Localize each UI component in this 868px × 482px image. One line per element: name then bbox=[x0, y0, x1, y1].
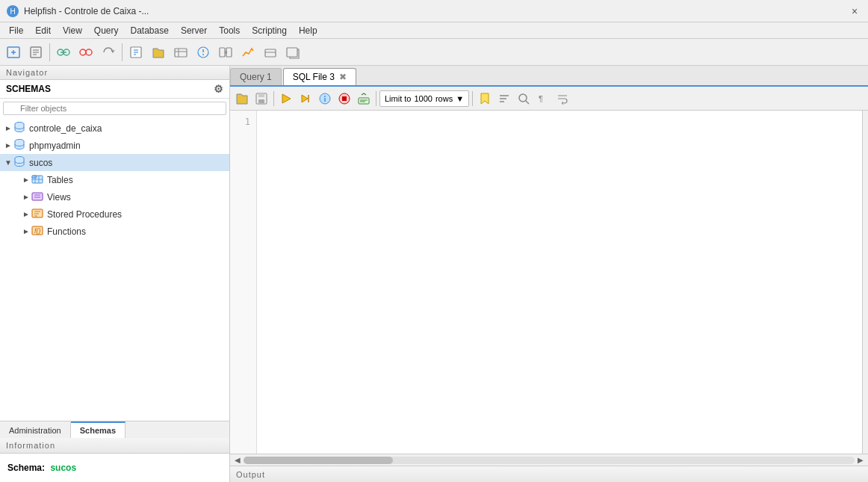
limit-label: Limit to bbox=[385, 94, 411, 103]
limit-value: 1000 bbox=[414, 94, 432, 103]
sql-sep-2 bbox=[376, 91, 376, 106]
menu-scripting[interactable]: Scripting bbox=[246, 24, 293, 37]
schema-info-value: sucos bbox=[50, 463, 76, 473]
explain-button[interactable] bbox=[316, 90, 334, 108]
tab-close-button[interactable]: ✖ bbox=[339, 72, 347, 82]
tree-functions[interactable]: ► f() Functions bbox=[0, 223, 229, 240]
toolbar-sep-1 bbox=[49, 43, 50, 61]
disconnect-button[interactable] bbox=[75, 42, 96, 63]
svg-text:H: H bbox=[10, 7, 15, 16]
tree-tables[interactable]: ► Tables bbox=[0, 171, 229, 188]
bookmark-button[interactable] bbox=[476, 90, 494, 108]
workbench-button[interactable] bbox=[260, 42, 281, 63]
tree-schema-phpmyadmin[interactable]: ► phpmyadmin bbox=[0, 137, 229, 154]
expand-arrow-procs[interactable]: ► bbox=[21, 210, 31, 218]
navigator-header: Navigator bbox=[0, 66, 229, 80]
limit-unit: rows bbox=[435, 94, 453, 103]
execute-selection-button[interactable] bbox=[297, 90, 314, 108]
tree-schema-sucos[interactable]: ▼ sucos bbox=[0, 154, 229, 171]
menu-help[interactable]: Help bbox=[293, 24, 323, 37]
save-sql-button[interactable] bbox=[252, 90, 270, 108]
reconnect-button[interactable] bbox=[98, 42, 119, 63]
menu-server[interactable]: Server bbox=[175, 24, 213, 37]
filter-wrapper: 🔍 bbox=[0, 99, 229, 118]
invisible-chars-button[interactable]: ¶ bbox=[534, 90, 552, 108]
svg-marker-51 bbox=[282, 94, 291, 103]
scroll-right-icon[interactable]: ▶ bbox=[855, 456, 867, 464]
limit-select[interactable]: Limit to 1000 rows ▼ bbox=[379, 90, 469, 107]
tables-folder-icon bbox=[31, 173, 45, 187]
info-section: Information bbox=[0, 438, 229, 454]
performance-button[interactable] bbox=[238, 42, 258, 63]
svg-point-13 bbox=[86, 49, 92, 55]
expand-arrow-phpmyadmin[interactable]: ► bbox=[3, 141, 13, 149]
tree-views[interactable]: ► Views bbox=[0, 188, 229, 206]
editor-area: 1 bbox=[230, 111, 868, 454]
main-layout: Navigator SCHEMAS ⚙ 🔍 ► controle_de_caix… bbox=[0, 66, 868, 482]
schema-label-sucos: sucos bbox=[29, 158, 52, 168]
tree-schema-controle[interactable]: ► controle_de_caixa bbox=[0, 120, 229, 137]
menu-database[interactable]: Database bbox=[125, 24, 175, 37]
h-scroll-thumb[interactable] bbox=[244, 457, 393, 464]
schemas-config-icon[interactable]: ⚙ bbox=[214, 83, 223, 95]
functions-icon: f() bbox=[31, 224, 45, 238]
tab-schemas[interactable]: Schemas bbox=[71, 421, 125, 438]
expand-arrow-tables[interactable]: ► bbox=[21, 176, 31, 184]
sql-sep-1 bbox=[273, 91, 274, 106]
schema-inspector-button[interactable] bbox=[193, 42, 214, 63]
schema-info-label: Schema: bbox=[7, 463, 45, 473]
code-editor[interactable] bbox=[257, 111, 862, 454]
scroll-left-icon[interactable]: ◀ bbox=[232, 456, 244, 464]
open-sql-button[interactable] bbox=[233, 90, 251, 108]
table-inspector-button[interactable] bbox=[170, 42, 191, 63]
word-wrap-button[interactable] bbox=[554, 90, 571, 108]
tab-administration[interactable]: Administration bbox=[0, 421, 71, 438]
menu-view[interactable]: View bbox=[57, 24, 88, 37]
menu-query[interactable]: Query bbox=[88, 24, 125, 37]
menu-bar: File Edit View Query Database Server Too… bbox=[0, 22, 868, 39]
tab-sqlfile3[interactable]: SQL File 3 ✖ bbox=[283, 68, 356, 85]
views-folder-icon bbox=[31, 190, 45, 204]
svg-point-55 bbox=[324, 96, 326, 97]
svg-marker-62 bbox=[481, 93, 489, 104]
open-file-button[interactable] bbox=[148, 42, 169, 63]
window-close-button[interactable]: × bbox=[847, 4, 862, 19]
schemas-title: SCHEMAS bbox=[6, 84, 51, 94]
connect-button[interactable] bbox=[53, 42, 74, 63]
sql-sep-3 bbox=[472, 91, 473, 106]
svg-rect-25 bbox=[220, 48, 225, 57]
format-button[interactable] bbox=[495, 90, 513, 108]
svg-rect-19 bbox=[175, 49, 187, 57]
sidebar: Navigator SCHEMAS ⚙ 🔍 ► controle_de_caix… bbox=[0, 66, 230, 482]
tables-label: Tables bbox=[47, 175, 73, 185]
h-scroll-track[interactable] bbox=[244, 457, 855, 464]
new-query-button[interactable] bbox=[125, 42, 146, 63]
expand-arrow-controle[interactable]: ► bbox=[3, 124, 13, 132]
svg-rect-28 bbox=[265, 49, 276, 57]
find-replace-button[interactable] bbox=[515, 90, 533, 108]
expand-arrow-sucos[interactable]: ▼ bbox=[3, 158, 13, 167]
line-numbers: 1 bbox=[230, 111, 257, 454]
right-scrollbar[interactable] bbox=[862, 111, 868, 454]
tab-query1[interactable]: Query 1 bbox=[230, 68, 282, 85]
sidebar-tabs: Administration Schemas bbox=[0, 421, 229, 438]
migration-button[interactable] bbox=[215, 42, 236, 63]
database-icon-sucos bbox=[13, 155, 27, 170]
menu-edit[interactable]: Edit bbox=[29, 24, 57, 37]
filter-input[interactable] bbox=[3, 102, 226, 115]
menu-tools[interactable]: Tools bbox=[213, 24, 246, 37]
menu-file[interactable]: File bbox=[3, 24, 29, 37]
properties-button[interactable] bbox=[25, 42, 46, 63]
help-button[interactable] bbox=[282, 42, 303, 63]
stop-button[interactable] bbox=[335, 90, 353, 108]
stored-procedures-icon bbox=[31, 207, 45, 221]
tree-stored-procedures[interactable]: ► Stored Procedures bbox=[0, 206, 229, 223]
expand-arrow-views[interactable]: ► bbox=[21, 193, 31, 201]
query-tabs: Query 1 SQL File 3 ✖ bbox=[230, 66, 868, 87]
stored-procedures-label: Stored Procedures bbox=[47, 209, 122, 220]
toggle-output-button[interactable] bbox=[355, 90, 373, 108]
h-scrollbar[interactable]: ◀ ▶ bbox=[230, 454, 868, 466]
expand-arrow-functions[interactable]: ► bbox=[21, 227, 31, 235]
new-schema-button[interactable] bbox=[3, 42, 24, 63]
execute-button[interactable] bbox=[277, 90, 295, 108]
